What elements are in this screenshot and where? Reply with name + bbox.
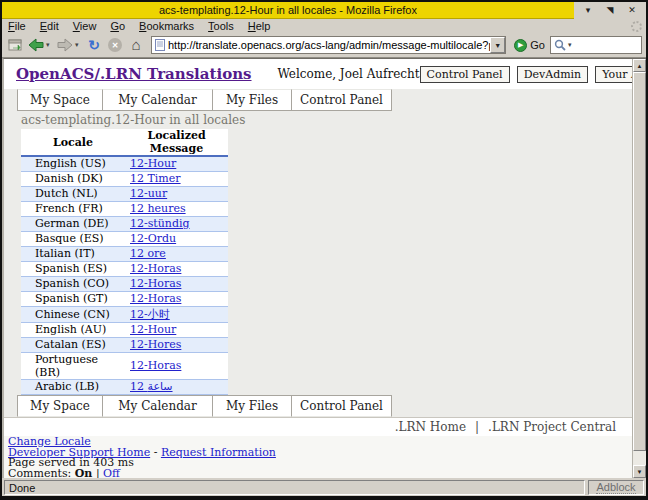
window-title: acs-templating.12-Hour in all locales - …: [159, 4, 417, 16]
go-button[interactable]: ▶ Go: [512, 39, 547, 52]
title-bar[interactable]: acs-templating.12-Hour in all locales - …: [2, 2, 646, 19]
vertical-scrollbar[interactable]: ▲ ▼: [632, 59, 646, 478]
back-dropdown-icon[interactable]: ▾: [46, 41, 53, 49]
localized-message-link[interactable]: 12-Horas: [130, 277, 181, 290]
window-controls: ▾ ◥ ✕: [574, 2, 646, 19]
localized-message-link[interactable]: 12-uur: [130, 187, 167, 200]
minimize-icon[interactable]: ▾: [580, 3, 596, 18]
scroll-up-icon[interactable]: ▲: [633, 59, 646, 72]
messages-table: Locale Localized Message English (US)12-…: [21, 129, 228, 395]
locale-cell: Portuguese (BR): [21, 352, 125, 379]
tab-my-space[interactable]: My Space: [17, 89, 103, 111]
message-cell: 12 ساعة: [125, 379, 228, 394]
url-bar: ▼: [151, 36, 506, 54]
localized-message-link[interactable]: 12-Ordu: [130, 232, 176, 245]
url-dropdown-button[interactable]: ▼: [490, 37, 505, 53]
close-icon[interactable]: ✕: [624, 3, 640, 18]
toggle-translator-link[interactable]: Toggle translator mode: [8, 477, 138, 478]
site-title-link[interactable]: OpenACS/.LRN Translations: [16, 65, 252, 83]
home-icon[interactable]: ⌂: [127, 36, 145, 54]
table-row: Chinese (CN)12-小时: [21, 306, 228, 322]
message-cell: 12-Horas: [125, 352, 228, 379]
stop-glyph: ✕: [108, 38, 122, 52]
message-cell: 12-Hour: [125, 322, 228, 337]
message-cell: 12-uur: [125, 186, 228, 201]
menu-bookmarks[interactable]: Bookmarks: [139, 20, 194, 32]
url-input[interactable]: [168, 39, 490, 51]
adblock-status[interactable]: Adblock: [588, 480, 644, 495]
localized-message-link[interactable]: 12-Hour: [130, 323, 176, 336]
forward-button[interactable]: [56, 36, 74, 54]
localized-message-link[interactable]: 12-Horas: [130, 262, 181, 275]
header-button-control-panel[interactable]: Control Panel: [420, 66, 510, 83]
table-row: Portuguese (BR)12-Horas: [21, 352, 228, 379]
tab-control-panel[interactable]: Control Panel: [292, 89, 392, 111]
menu-view[interactable]: View: [73, 20, 97, 32]
scrollbar-thumb[interactable]: [633, 72, 646, 451]
locale-cell: English (US): [21, 156, 125, 171]
menu-go[interactable]: Go: [110, 20, 125, 32]
scroll-down-icon[interactable]: ▼: [633, 465, 646, 478]
header-button-devadmin[interactable]: DevAdmin: [517, 66, 589, 83]
menu-help[interactable]: Help: [248, 20, 271, 32]
localized-message-link[interactable]: 12-Hour: [130, 157, 176, 170]
search-input[interactable]: [577, 39, 638, 51]
back-button[interactable]: [27, 36, 45, 54]
locale-cell: Basque (ES): [21, 231, 125, 246]
locale-cell: Italian (IT): [21, 246, 125, 261]
table-row: Danish (DK)12 Timer: [21, 171, 228, 186]
tab-my-files[interactable]: My Files: [213, 89, 292, 111]
search-icon: [554, 39, 566, 51]
message-cell: 12-Horas: [125, 276, 228, 291]
localized-message-link[interactable]: 12-Hores: [130, 338, 181, 351]
tab-my-calendar[interactable]: My Calendar: [103, 395, 213, 417]
localized-message-link[interactable]: 12 ساعة: [130, 380, 173, 393]
lrn-project-central-link[interactable]: .LRN Project Central: [488, 420, 616, 434]
title-bar-background: acs-templating.12-Hour in all locales - …: [2, 2, 574, 19]
localized-message-link[interactable]: 12-Horas: [130, 359, 181, 372]
localized-message-link[interactable]: 12 Timer: [130, 172, 181, 185]
menu-tools[interactable]: Tools: [208, 20, 234, 32]
localized-message-link[interactable]: 12 ore: [130, 247, 166, 260]
reload-icon[interactable]: ↻: [85, 36, 103, 54]
locale-cell: Spanish (CO): [21, 276, 125, 291]
tab-my-calendar[interactable]: My Calendar: [103, 89, 213, 111]
request-information-link[interactable]: Request Information: [161, 446, 276, 459]
throbber-icon: [631, 21, 642, 32]
menu-file[interactable]: File: [8, 20, 26, 32]
tab-strip-bottom: My SpaceMy CalendarMy FilesControl Panel: [4, 395, 632, 417]
locale-cell: Catalan (ES): [21, 337, 125, 352]
lrn-home-link[interactable]: .LRN Home: [395, 420, 466, 434]
tab-my-files[interactable]: My Files: [213, 395, 292, 417]
table-row: Spanish (GT)12-Horas: [21, 291, 228, 306]
status-bar: Done Adblock: [2, 478, 646, 496]
message-cell: 12-Hour: [125, 156, 228, 171]
window-icon[interactable]: [6, 36, 24, 54]
locale-cell: German (DE): [21, 216, 125, 231]
message-cell: 12 Timer: [125, 171, 228, 186]
forward-dropdown-icon[interactable]: ▾: [75, 41, 82, 49]
navigation-toolbar: ▾ ▾ ↻ ✕ ⌂ ▼ ▶ Go ▾: [2, 33, 646, 58]
localized-message-link[interactable]: 12-stündig: [130, 217, 190, 230]
table-row: Spanish (CO)12-Horas: [21, 276, 228, 291]
localized-message-link[interactable]: 12-小时: [130, 308, 170, 321]
message-cell: 12-Ordu: [125, 231, 228, 246]
search-bar: ▾: [550, 36, 642, 54]
message-cell: 12-Horas: [125, 261, 228, 276]
web-page: OpenACS/.LRN Translations Welcome, Joel …: [4, 59, 632, 478]
table-row: Catalan (ES)12-Hores: [21, 337, 228, 352]
localized-message-link[interactable]: 12-Horas: [130, 292, 181, 305]
tab-control-panel[interactable]: Control Panel: [292, 395, 392, 417]
localized-message-link[interactable]: 12 heures: [130, 202, 186, 215]
menu-items: FileEditViewGoBookmarksToolsHelp: [8, 20, 284, 32]
maximize-icon[interactable]: ◥: [602, 3, 618, 18]
menu-edit[interactable]: Edit: [40, 20, 59, 32]
adblock-label: Adblock: [596, 481, 635, 494]
locale-cell: Chinese (CN): [21, 306, 125, 322]
content-viewport: OpenACS/.LRN Translations Welcome, Joel …: [2, 58, 646, 478]
stop-icon[interactable]: ✕: [106, 36, 124, 54]
tab-my-space[interactable]: My Space: [17, 395, 103, 417]
search-dropdown-icon[interactable]: ▾: [568, 41, 575, 49]
table-row: Spanish (ES)12-Horas: [21, 261, 228, 276]
table-row: Italian (IT)12 ore: [21, 246, 228, 261]
